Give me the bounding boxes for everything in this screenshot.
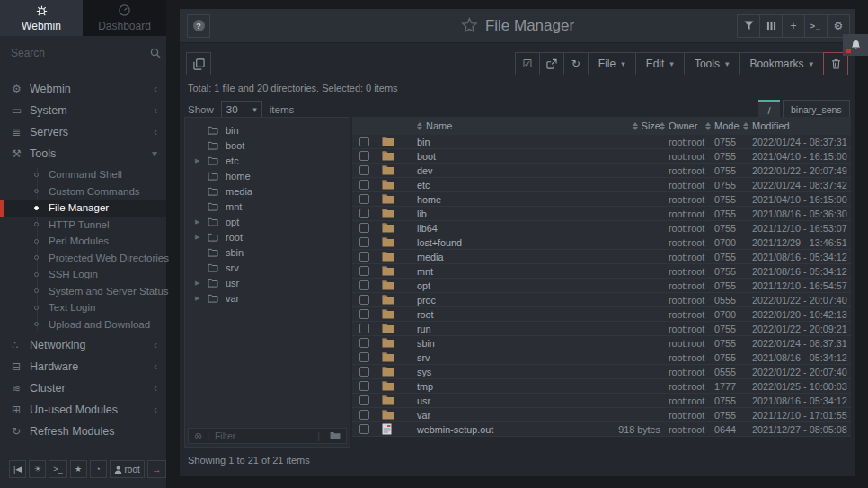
row-checkbox[interactable] (359, 252, 369, 262)
sidebar-item-refresh-modules[interactable]: ↻ Refresh Modules (0, 421, 166, 442)
sidebar-item-file-manager[interactable]: File Manager (0, 200, 166, 217)
row-checkbox[interactable] (359, 367, 369, 377)
table-row-proc[interactable]: proc root:root 0555 2022/01/22 - 20:07:4… (352, 293, 851, 307)
row-checkbox[interactable] (359, 324, 369, 333)
sidebar-item-hardware[interactable]: ⊟ Hardware ‹ (0, 356, 166, 377)
row-checkbox[interactable] (359, 395, 369, 405)
file-menu-button[interactable]: File▾ (588, 52, 636, 75)
row-checkbox[interactable] (359, 266, 369, 276)
tree-item-srv[interactable]: srv (185, 260, 350, 275)
row-checkbox[interactable] (359, 352, 369, 362)
table-row-run[interactable]: run root:root 0755 2022/01/22 - 20:09:21 (352, 322, 851, 336)
table-row-tmp[interactable]: tmp root:root 1777 2022/01/25 - 10:00:03 (352, 379, 851, 394)
sidebar-item-command-shell[interactable]: Command Shell (0, 166, 166, 183)
sidebar-item-networking[interactable]: ∴ Networking ‹ (0, 334, 166, 356)
tab-dashboard[interactable]: Dashboard (83, 0, 166, 36)
help-button[interactable]: ? (187, 14, 210, 38)
column-header-modified[interactable]: Modified (743, 120, 851, 131)
table-row-dev[interactable]: dev root:root 0755 2022/01/22 - 20:07:49 (352, 164, 851, 178)
clear-filter-icon[interactable]: ⊗ (194, 430, 202, 442)
sidebar-item-servers[interactable]: ≣ Servers ‹ (0, 121, 166, 143)
column-header-name[interactable]: Name (410, 120, 579, 131)
star-outline-icon[interactable] (461, 17, 478, 34)
row-checkbox[interactable] (359, 194, 369, 204)
row-checkbox[interactable] (359, 223, 369, 233)
collapse-sidebar-button[interactable]: |◀ (9, 460, 26, 478)
tab-webmin[interactable]: Webmin (0, 0, 83, 36)
add-button[interactable]: + (782, 14, 805, 38)
row-checkbox[interactable] (359, 180, 369, 190)
sidebar-item-webmin[interactable]: ⚙ Webmin ‹ (0, 78, 166, 100)
sidebar-item-http-tunnel[interactable]: HTTP Tunnel (0, 217, 166, 234)
clone-tab-button[interactable] (186, 52, 211, 75)
sidebar-item-system[interactable]: ▭ System ‹ (0, 100, 166, 121)
sidebar-item-cluster[interactable]: ≋ Cluster ‹ (0, 377, 166, 399)
table-row-var[interactable]: var root:root 0755 2021/12/10 - 17:01:55 (352, 408, 851, 422)
table-row-home[interactable]: home root:root 0755 2021/04/10 - 16:15:0… (352, 192, 851, 207)
tools-menu-button[interactable]: Tools▾ (684, 52, 740, 75)
sidebar-item-custom-commands[interactable]: Custom Commands (0, 183, 166, 200)
sidebar-item-system-and-server-status[interactable]: System and Server Status (0, 283, 166, 300)
row-checkbox[interactable] (359, 209, 369, 218)
tree-item-sbin[interactable]: sbin (185, 244, 350, 260)
expander-icon[interactable]: ▶ (195, 218, 208, 226)
expander-icon[interactable]: ▶ (195, 279, 208, 287)
notifications-tab[interactable] (843, 34, 868, 56)
refresh-button[interactable]: ↻ (563, 52, 589, 75)
bookmarks-menu-button[interactable]: Bookmarks▾ (739, 52, 824, 75)
sidebar-item-ssh-login[interactable]: SSH Login (0, 266, 166, 283)
sidebar-item-upload-and-download[interactable]: Upload and Download (0, 316, 166, 333)
table-row-boot[interactable]: boot root:root 0755 2021/04/10 - 16:15:0… (352, 149, 851, 164)
tree-item-etc[interactable]: ▶ etc (185, 153, 350, 168)
table-row-usr[interactable]: usr root:root 0755 2021/08/16 - 05:34:12 (352, 394, 851, 408)
row-checkbox[interactable] (359, 381, 369, 391)
table-row-sys[interactable]: sys root:root 0555 2022/01/22 - 20:07:40 (352, 365, 851, 379)
column-header-size[interactable]: Size (579, 120, 669, 131)
row-checkbox[interactable] (359, 295, 369, 305)
shell-button[interactable]: >_ (49, 460, 66, 478)
open-external-button[interactable] (539, 52, 564, 75)
row-checkbox[interactable] (359, 137, 369, 146)
filter-button[interactable] (737, 14, 760, 38)
table-row-lib64[interactable]: lib64 root:root 0755 2021/12/10 - 16:53:… (352, 221, 851, 235)
sidebar-item-protected-web-directories[interactable]: Protected Web Directories (0, 250, 166, 267)
row-checkbox[interactable] (359, 280, 369, 290)
expander-icon[interactable]: ▶ (195, 234, 208, 241)
theme-toggle-button[interactable]: ☀ (29, 460, 46, 478)
tree-item-opt[interactable]: ▶ opt (185, 214, 350, 229)
row-checkbox[interactable] (359, 165, 369, 175)
select-all-button[interactable]: ☑ (515, 52, 540, 75)
table-row-opt[interactable]: opt root:root 0755 2021/12/10 - 16:54:57 (352, 279, 851, 293)
row-checkbox[interactable] (359, 410, 369, 420)
table-row-sbin[interactable]: sbin root:root 0755 2022/01/24 - 08:37:3… (352, 336, 851, 350)
expander-icon[interactable]: ▶ (195, 295, 208, 302)
items-per-page-select[interactable]: 30 ▾ (221, 101, 262, 119)
table-row-webmin-setup.out[interactable]: webmin-setup.out 918 bytes root:root 064… (352, 422, 851, 437)
tree-item-usr[interactable]: ▶ usr (185, 275, 350, 290)
sidebar-item-tools[interactable]: ⚒ Tools ▾ (0, 143, 166, 164)
sidebar-item-un-used-modules[interactable]: ⊞ Un-used Modules ‹ (0, 399, 166, 421)
table-row-bin[interactable]: bin root:root 0755 2022/01/24 - 08:37:31 (352, 135, 851, 149)
sidebar-item-text-login[interactable]: Text Login (0, 299, 166, 316)
columns-button[interactable] (759, 14, 783, 38)
tree-item-var[interactable]: ▶ var (185, 290, 350, 306)
terminal-button[interactable]: >_ (804, 14, 828, 38)
table-row-lib[interactable]: lib root:root 0755 2021/08/16 - 05:36:30 (352, 207, 851, 221)
tree-item-media[interactable]: media (185, 183, 350, 199)
table-row-etc[interactable]: etc root:root 0755 2022/01/24 - 08:37:42 (352, 178, 851, 192)
table-row-lost+found[interactable]: lost+found root:root 0700 2021/12/29 - 1… (352, 235, 851, 250)
tree-item-bin[interactable]: bin (185, 122, 350, 138)
row-checkbox[interactable] (359, 424, 369, 434)
table-row-media[interactable]: media root:root 0755 2021/08/16 - 05:34:… (352, 250, 851, 264)
favorites-button[interactable]: ★ (70, 460, 87, 478)
sidebar-item-perl-modules[interactable]: Perl Modules (0, 233, 166, 250)
stats-pie-button[interactable]: ◔ (90, 460, 107, 478)
user-button[interactable]: root (110, 460, 145, 478)
row-checkbox[interactable] (359, 237, 369, 247)
logout-button[interactable]: → (147, 460, 166, 478)
row-checkbox[interactable] (359, 151, 369, 161)
table-row-srv[interactable]: srv root:root 0755 2021/08/16 - 05:34:12 (352, 350, 851, 365)
table-row-root[interactable]: root root:root 0700 2022/01/20 - 10:42:1… (352, 307, 851, 322)
tree-item-boot[interactable]: boot (185, 138, 350, 153)
search-input[interactable] (11, 47, 150, 59)
